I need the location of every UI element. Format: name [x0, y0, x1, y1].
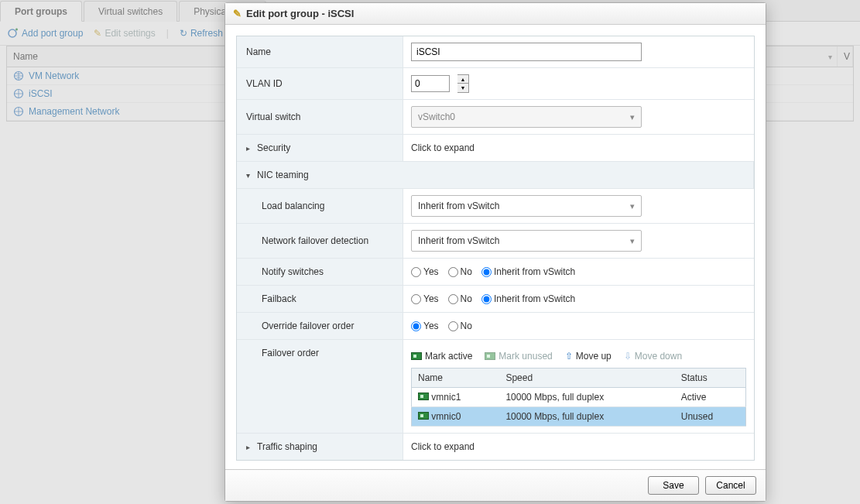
dialog-title-bar: ✎ Edit port group - iSCSI: [225, 3, 766, 25]
nic-icon: [418, 393, 429, 400]
arrow-up-icon: ⇧: [565, 351, 573, 362]
chevron-down-icon: ▾: [630, 112, 635, 122]
failback-label: Failback: [237, 286, 403, 312]
arrow-down-icon: ⇩: [624, 351, 632, 362]
override-yes-radio[interactable]: Yes: [411, 321, 439, 331]
failback-no-radio[interactable]: No: [448, 293, 472, 304]
load-balancing-label: Load balancing: [237, 189, 403, 223]
mark-active-button[interactable]: Mark active: [411, 351, 472, 362]
failover-order-label: Failover order: [237, 340, 403, 433]
failover-detection-label: Network failover detection: [237, 224, 403, 258]
security-toggle[interactable]: ▸ Security: [237, 135, 403, 161]
traffic-shaping-value[interactable]: Click to expand: [403, 434, 754, 460]
failover-order-table: Name Speed Status vmnic1 10000 Mbps, ful…: [411, 368, 746, 427]
failover-row[interactable]: vmnic0 10000 Mbps, full duplex Unused: [412, 407, 746, 427]
notify-inherit-radio[interactable]: Inherit from vSwitch: [481, 266, 575, 277]
fo-col-speed[interactable]: Speed: [499, 369, 674, 388]
virtual-switch-label: Virtual switch: [237, 100, 403, 134]
move-up-button[interactable]: ⇧ Move up: [565, 351, 612, 362]
caret-down-icon: ▾: [246, 171, 252, 180]
nic-icon: [411, 352, 422, 360]
failover-detection-select[interactable]: Inherit from vSwitch ▾: [411, 230, 642, 252]
override-no-radio[interactable]: No: [448, 321, 472, 331]
vlan-id-spinner: ▲ ▼: [457, 74, 469, 93]
caret-right-icon: ▸: [246, 144, 252, 153]
name-input[interactable]: [411, 43, 642, 61]
failback-inherit-radio[interactable]: Inherit from vSwitch: [481, 293, 575, 304]
dialog-body: Name VLAN ID ▲ ▼ Virtual switch: [225, 25, 766, 469]
vlan-down-button[interactable]: ▼: [457, 84, 468, 92]
nic-teaming-toggle[interactable]: ▾ NIC teaming: [237, 162, 754, 188]
save-button[interactable]: Save: [648, 476, 699, 495]
vlan-id-input[interactable]: [411, 75, 450, 92]
vlan-up-button[interactable]: ▲: [457, 75, 468, 84]
pencil-icon: ✎: [233, 8, 242, 19]
dialog-footer: Save Cancel: [225, 469, 766, 501]
nic-icon: [418, 412, 429, 420]
load-balancing-select[interactable]: Inherit from vSwitch ▾: [411, 195, 642, 217]
failover-order-toolbar: Mark active Mark unused ⇧ Move up: [411, 348, 746, 368]
vlan-id-label: VLAN ID: [237, 68, 403, 99]
notify-switches-label: Notify switches: [237, 259, 403, 285]
chevron-down-icon: ▾: [630, 201, 635, 211]
edit-port-group-dialog: ✎ Edit port group - iSCSI Name VLAN ID ▲…: [224, 2, 766, 502]
notify-no-radio[interactable]: No: [448, 266, 472, 277]
failover-row[interactable]: vmnic1 10000 Mbps, full duplex Active: [412, 388, 746, 407]
mark-unused-button[interactable]: Mark unused: [485, 351, 552, 362]
failback-yes-radio[interactable]: Yes: [411, 293, 439, 304]
fo-col-status[interactable]: Status: [675, 369, 746, 388]
cancel-button[interactable]: Cancel: [705, 476, 756, 495]
notify-yes-radio[interactable]: Yes: [411, 266, 439, 277]
move-down-button[interactable]: ⇩ Move down: [624, 351, 682, 362]
security-value[interactable]: Click to expand: [403, 135, 754, 161]
fo-col-name[interactable]: Name: [412, 369, 500, 388]
virtual-switch-select[interactable]: vSwitch0 ▾: [411, 106, 642, 128]
traffic-shaping-toggle[interactable]: ▸ Traffic shaping: [237, 434, 403, 460]
nic-icon: [485, 352, 495, 360]
override-failover-label: Override failover order: [237, 313, 403, 339]
dialog-title: Edit port group - iSCSI: [246, 8, 354, 19]
caret-right-icon: ▸: [246, 443, 252, 451]
name-label: Name: [237, 36, 403, 67]
chevron-down-icon: ▾: [630, 236, 635, 246]
